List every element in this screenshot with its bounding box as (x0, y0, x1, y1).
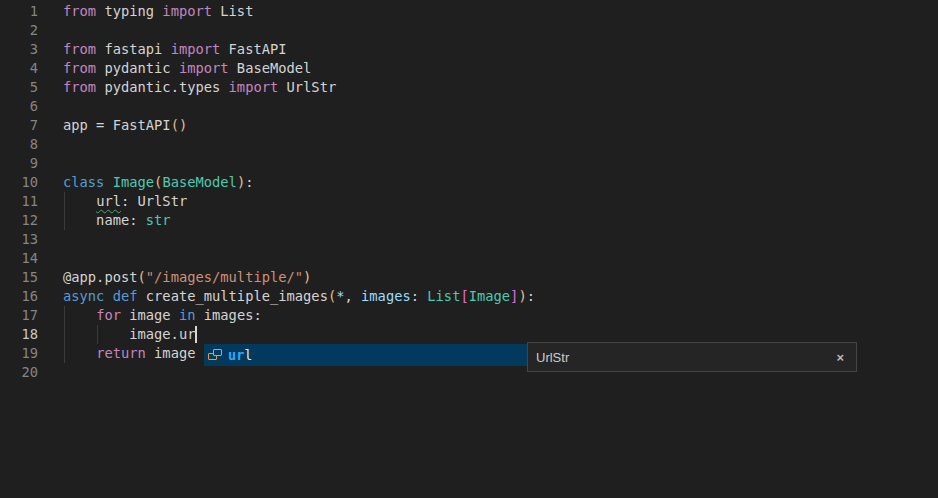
code-line-text: image.ur (38, 325, 195, 344)
code-line[interactable]: 5from pydantic.types import UrlStr (0, 78, 938, 97)
indent-guide (64, 192, 65, 230)
line-number: 4 (0, 59, 38, 78)
code-line[interactable]: 2 (0, 21, 938, 40)
code-line-text: return image (38, 344, 195, 363)
code-line-text: from fastapi import FastAPI (38, 40, 287, 59)
suggestion-item-url[interactable]: url (204, 344, 527, 366)
code-line[interactable]: 9 (0, 154, 938, 173)
line-number: 12 (0, 211, 38, 230)
line-number: 19 (0, 344, 38, 363)
line-number: 9 (0, 154, 38, 173)
code-line-text (38, 154, 63, 173)
field-icon (207, 347, 223, 363)
code-line-text: from pydantic.types import UrlStr (38, 78, 336, 97)
line-number: 11 (0, 192, 38, 211)
code-line[interactable]: 1from typing import List (0, 2, 938, 21)
code-line[interactable]: 4from pydantic import BaseModel (0, 59, 938, 78)
line-number: 7 (0, 116, 38, 135)
line-number: 20 (0, 363, 38, 382)
code-line[interactable]: 6 (0, 97, 938, 116)
code-line-text: url: UrlStr (38, 192, 187, 211)
suggestion-detail-panel: UrlStr × (527, 342, 857, 372)
code-editor: 1from typing import List23from fastapi i… (0, 0, 938, 498)
code-line[interactable]: 16async def create_multiple_images(*, im… (0, 287, 938, 306)
code-line[interactable]: 15@app.post("/images/multiple/") (0, 268, 938, 287)
code-line-text (38, 249, 63, 268)
line-number: 18 (0, 325, 38, 344)
code-line[interactable]: 8 (0, 135, 938, 154)
code-line[interactable]: 11 url: UrlStr (0, 192, 938, 211)
code-line-text: from typing import List (38, 2, 253, 21)
line-number: 17 (0, 306, 38, 325)
code-line[interactable]: 3from fastapi import FastAPI (0, 40, 938, 59)
indent-guide (64, 306, 65, 363)
suggestion-label: url (228, 347, 252, 363)
autocomplete-popup: url (204, 344, 527, 366)
code-line-text: for image in images: (38, 306, 262, 325)
code-line[interactable]: 17 for image in images: (0, 306, 938, 325)
code-line-text: app = FastAPI() (38, 116, 187, 135)
line-number: 2 (0, 21, 38, 40)
code-line-text: from pydantic import BaseModel (38, 59, 311, 78)
text-cursor (195, 326, 197, 343)
code-line-text: class Image(BaseModel): (38, 173, 253, 192)
line-number: 10 (0, 173, 38, 192)
line-number: 6 (0, 97, 38, 116)
line-number: 16 (0, 287, 38, 306)
line-number: 8 (0, 135, 38, 154)
code-line-text (38, 21, 63, 40)
line-number: 5 (0, 78, 38, 97)
line-number: 1 (0, 2, 38, 21)
code-line-text (38, 230, 63, 249)
code-area[interactable]: 1from typing import List23from fastapi i… (0, 2, 938, 382)
code-line[interactable]: 12 name: str (0, 211, 938, 230)
code-line-text: async def create_multiple_images(*, imag… (38, 287, 535, 306)
close-icon[interactable]: × (836, 350, 844, 365)
code-line-text: name: str (38, 211, 171, 230)
line-number: 14 (0, 249, 38, 268)
code-line[interactable]: 10class Image(BaseModel): (0, 173, 938, 192)
code-line-text (38, 97, 63, 116)
code-line[interactable]: 14 (0, 249, 938, 268)
line-number: 3 (0, 40, 38, 59)
indent-guide (97, 325, 98, 344)
code-line-text (38, 135, 63, 154)
code-line-text: @app.post("/images/multiple/") (38, 268, 311, 287)
code-line[interactable]: 7app = FastAPI() (0, 116, 938, 135)
code-line-text (38, 363, 63, 382)
line-number: 13 (0, 230, 38, 249)
code-line[interactable]: 13 (0, 230, 938, 249)
line-number: 15 (0, 268, 38, 287)
suggestion-detail-text: UrlStr (536, 350, 569, 365)
